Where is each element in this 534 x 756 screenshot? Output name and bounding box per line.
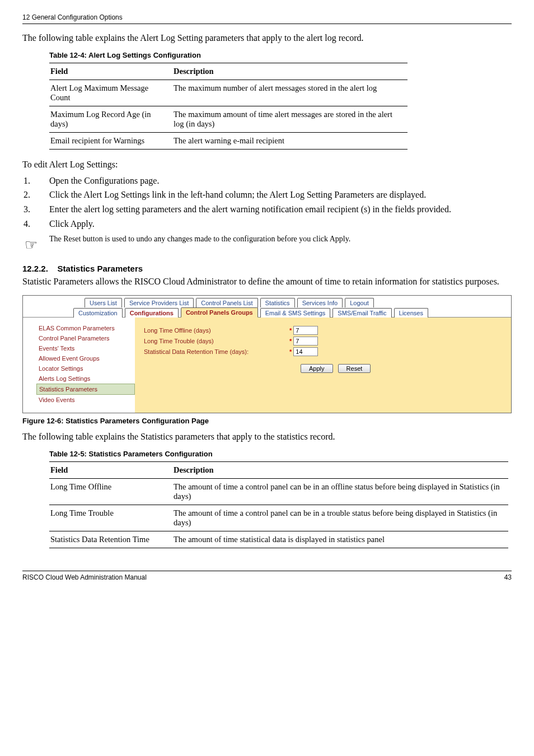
tab-customization[interactable]: Customization <box>73 308 123 318</box>
intro-paragraph-1: The following table explains the Alert L… <box>22 32 512 44</box>
table-12-4: Field Description Alert Log Maximum Mess… <box>49 63 407 150</box>
config-screenshot: Users List Service Providers List Contro… <box>22 295 512 413</box>
required-asterisk-icon: * <box>289 348 292 355</box>
page-footer: RISCO Cloud Web Administration Manual 43 <box>22 571 512 581</box>
table-12-5-caption: Table 12-5: Statistics Parameters Config… <box>49 450 512 458</box>
tab-control-panels-list[interactable]: Control Panels List <box>196 298 257 307</box>
table-12-5: Field Description Long Time Offline The … <box>49 461 508 548</box>
param-label: Long Time Trouble (days) <box>144 338 289 344</box>
step-item: 1. Open the Configurations page. <box>22 175 512 187</box>
table-header-field: Field <box>49 462 172 479</box>
table-row: Long Time Trouble The amount of time a c… <box>49 505 508 531</box>
table-cell-desc: The amount of time statistical data is d… <box>172 531 508 548</box>
tab-control-panels-groups[interactable]: Control Panels Groups <box>181 307 258 318</box>
tab-bar-bottom: Customization Configurations Control Pan… <box>23 307 511 318</box>
apply-button[interactable]: Apply <box>301 364 333 373</box>
step-number: 2. <box>22 189 49 201</box>
step-text: Open the Configurations page. <box>49 175 512 187</box>
table-row: Statistics Data Retention Time The amoun… <box>49 531 508 548</box>
sidebar-item-locator-settings[interactable]: Locator Settings <box>36 363 135 374</box>
sidebar-item-control-panel-parameters[interactable]: Control Panel Parameters <box>36 333 135 343</box>
step-number: 3. <box>22 203 49 216</box>
section-title: Statistics Parameters <box>58 264 143 273</box>
section-number: 12.2.2. <box>22 264 48 273</box>
table-row: Email recipient for Warnings The alert w… <box>49 133 407 150</box>
tab-logout[interactable]: Logout <box>345 298 374 307</box>
table-cell-field: Long Time Offline <box>49 479 172 505</box>
step-list: 1. Open the Configurations page. 2. Clic… <box>22 175 512 230</box>
intro-paragraph-2: The following table explains the Statist… <box>22 431 512 443</box>
required-asterisk-icon: * <box>289 327 292 334</box>
table-12-4-caption: Table 12-4: Alert Log Settings Configura… <box>49 51 512 59</box>
edit-intro: To edit Alert Log Settings: <box>22 158 512 171</box>
param-row: Long Time Trouble (days) * <box>144 337 502 346</box>
sidebar-item-allowed-event-groups[interactable]: Allowed Event Groups <box>36 353 135 363</box>
table-cell-desc: The maximum number of alert messages sto… <box>172 80 407 106</box>
sidebar-item-video-events[interactable]: Video Events <box>36 395 135 405</box>
table-header-description: Description <box>172 462 508 479</box>
table-row: Maximum Log Record Age (in days) The max… <box>49 106 407 133</box>
tab-users-list[interactable]: Users List <box>85 298 122 307</box>
sidebar-item-events-texts[interactable]: Events' Texts <box>36 343 135 353</box>
note-block: ☞ The Reset button is used to undo any c… <box>22 234 512 254</box>
figure-12-6-caption: Figure 12-6: Statistics Parameters Confi… <box>22 417 512 425</box>
sidebar-item-elas-common[interactable]: ELAS Common Parameters <box>36 323 135 333</box>
sidebar-item-statistics-parameters[interactable]: Statistics Parameters <box>36 384 135 395</box>
table-header-field: Field <box>49 63 172 80</box>
table-cell-desc: The amount of time a control panel can b… <box>172 479 508 505</box>
footer-manual-title: RISCO Cloud Web Administration Manual <box>22 573 147 581</box>
table-row: Alert Log Maximum Message Count The maxi… <box>49 80 407 106</box>
footer-page-number: 43 <box>504 573 512 581</box>
sidebar-item-alerts-log-settings[interactable]: Alerts Log Settings <box>36 374 135 384</box>
step-item: 4. Click Apply. <box>22 218 512 230</box>
param-label: Long Time Offline (days) <box>144 327 289 334</box>
step-item: 3. Enter the alert log setting parameter… <box>22 203 512 216</box>
table-row: Long Time Offline The amount of time a c… <box>49 479 508 505</box>
tab-configurations[interactable]: Configurations <box>125 308 179 318</box>
table-cell-field: Long Time Trouble <box>49 505 172 531</box>
tab-statistics[interactable]: Statistics <box>260 298 295 307</box>
page-header: 12 General Configuration Options <box>22 13 512 24</box>
long-time-trouble-input[interactable] <box>293 337 318 346</box>
step-text: Click the Alert Log Settings link in the… <box>49 189 512 201</box>
param-row: Long Time Offline (days) * <box>144 326 502 335</box>
param-label: Statistical Data Retention Time (days): <box>144 348 289 355</box>
step-text: Click Apply. <box>49 218 512 230</box>
required-asterisk-icon: * <box>289 338 292 344</box>
table-cell-desc: The alert warning e-mail recipient <box>172 133 407 150</box>
step-number: 4. <box>22 218 49 230</box>
step-text: Enter the alert log setting parameters a… <box>49 203 512 216</box>
step-item: 2. Click the Alert Log Settings link in … <box>22 189 512 201</box>
table-header-description: Description <box>172 63 407 80</box>
tab-bar-top: Users List Service Providers List Contro… <box>23 296 511 307</box>
tab-service-providers-list[interactable]: Service Providers List <box>124 298 194 307</box>
note-text: The Reset button is used to undo any cha… <box>49 234 512 245</box>
section-heading: 12.2.2. Statistics Parameters <box>22 264 512 273</box>
tab-sms-email-traffic[interactable]: SMS/Email Traffic <box>332 308 391 318</box>
table-cell-field: Alert Log Maximum Message Count <box>49 80 172 106</box>
tab-licenses[interactable]: Licenses <box>394 308 428 318</box>
tab-email-sms-settings[interactable]: Email & SMS Settings <box>260 308 331 318</box>
table-cell-desc: The maximum amount of time alert message… <box>172 106 407 133</box>
reset-button[interactable]: Reset <box>338 364 371 373</box>
table-cell-field: Maximum Log Record Age (in days) <box>49 106 172 133</box>
step-number: 1. <box>22 175 49 187</box>
stats-intro: Statistic Parameters allows the RISCO Cl… <box>22 276 512 288</box>
table-cell-desc: The amount of time a control panel can b… <box>172 505 508 531</box>
long-time-offline-input[interactable] <box>293 326 318 335</box>
tab-services-info[interactable]: Services Info <box>297 298 343 307</box>
config-sidebar: ELAS Common Parameters Control Panel Par… <box>23 318 135 413</box>
statistical-data-retention-input[interactable] <box>293 347 318 356</box>
table-cell-field: Email recipient for Warnings <box>49 133 172 150</box>
param-row: Statistical Data Retention Time (days): … <box>144 347 502 356</box>
table-cell-field: Statistics Data Retention Time <box>49 531 172 548</box>
hand-pointing-icon: ☞ <box>22 234 49 254</box>
config-main-pane: Long Time Offline (days) * Long Time Tro… <box>135 318 511 413</box>
